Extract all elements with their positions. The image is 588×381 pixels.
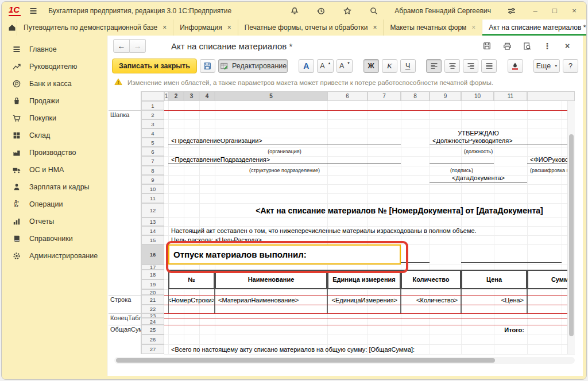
row-header-2[interactable]: 2 — [141, 110, 164, 119]
editing-toggle-button[interactable]: Редактирование — [218, 59, 288, 73]
column-header-10[interactable]: 10 — [461, 91, 494, 101]
area-label-строка[interactable]: Строка — [110, 296, 141, 303]
align-center-button[interactable] — [444, 59, 460, 73]
tab-close-icon[interactable]: × — [373, 24, 377, 32]
spreadsheet-grid[interactable]: 1234567891011123456789101112131415161718… — [109, 91, 575, 355]
horizontal-scrollbar-thumb[interactable] — [116, 358, 495, 363]
tab-close-icon[interactable]: × — [163, 24, 167, 32]
grid-cell[interactable]: Цель расхода: <ЦельРасхода> — [168, 235, 401, 244]
tab-2[interactable]: Информация× — [173, 20, 238, 36]
service-menu-icon[interactable] — [506, 5, 517, 17]
grid-cell[interactable] — [215, 305, 327, 313]
grid-cell[interactable]: <ЕдиницаИзмерения> — [327, 295, 401, 305]
grid-cell[interactable]: <МатериалНаименование> — [215, 295, 327, 305]
grid-cell[interactable]: <ДатаДокумента> — [430, 176, 527, 182]
row-header-14[interactable]: 14 — [141, 226, 164, 235]
tab-3[interactable]: Печатные формы, отчеты и обработки× — [238, 20, 384, 36]
grid-cell[interactable] — [461, 305, 527, 313]
minimize-button[interactable]: – — [530, 6, 540, 15]
print-preview-icon[interactable] — [522, 41, 532, 51]
sidebar-item-ос-и-нма[interactable]: ОС и НМА — [2, 161, 107, 178]
grid-cell[interactable] — [430, 157, 494, 164]
grid-cell[interactable] — [461, 246, 562, 263]
grid-cell[interactable] — [401, 305, 461, 313]
column-header-9[interactable]: 9 — [430, 91, 461, 101]
bold-button[interactable]: Ж — [363, 59, 379, 73]
row-header-1[interactable]: 1 — [141, 101, 164, 110]
underline-button[interactable]: Ч — [400, 59, 416, 73]
grid-cell[interactable]: <НомерСтроки> — [168, 295, 215, 305]
row-header-7[interactable]: 7 — [141, 156, 164, 166]
align-justify-button[interactable] — [481, 59, 497, 73]
italic-button[interactable]: К — [382, 59, 397, 73]
row-header-24[interactable]: 24 — [141, 318, 164, 325]
grid-cell[interactable]: <ДолжностьРуководителя> — [430, 139, 575, 145]
save-icon[interactable] — [482, 41, 492, 51]
grid-cell[interactable]: <ПредставлениеПодразделения> — [168, 157, 401, 164]
grid-cell[interactable]: (должность) — [430, 147, 527, 156]
align-right-button[interactable] — [463, 59, 478, 73]
print-icon[interactable] — [502, 41, 512, 51]
row-header-26[interactable]: 26 — [141, 335, 164, 344]
row-header-6[interactable]: 6 — [141, 147, 164, 156]
tab-4[interactable]: Макеты печатных форм× — [384, 20, 482, 36]
column-header-7[interactable]: 7 — [368, 91, 401, 101]
grid-cell[interactable] — [168, 289, 215, 295]
grid-cell[interactable]: Настоящий акт составлен о том, что нижеп… — [168, 226, 527, 235]
favorites-icon[interactable] — [342, 5, 353, 17]
row-header-10[interactable]: 10 — [141, 184, 164, 193]
font-button[interactable]: А — [299, 59, 314, 73]
current-user[interactable]: Абрамов Геннадий Сергеевич — [394, 7, 491, 15]
column-header-2[interactable]: 2 — [168, 91, 184, 101]
vertical-scrollbar[interactable] — [567, 101, 575, 354]
row-header-3[interactable]: 3 — [141, 119, 164, 129]
row-header-5[interactable]: 5 — [141, 138, 164, 147]
text-color-button[interactable] — [508, 59, 523, 73]
sidebar-item-склад[interactable]: Склад — [2, 127, 107, 144]
history-icon[interactable] — [315, 5, 327, 17]
column-header-11[interactable]: 11 — [494, 91, 527, 101]
row-header-18[interactable]: 18 — [141, 270, 164, 279]
grid-cell[interactable]: <Всего по настоящему акту списано матери… — [168, 344, 575, 354]
area-label-общаясумма[interactable]: ОбщаяСумма — [110, 326, 141, 333]
vertical-scrollbar-thumb[interactable] — [569, 134, 574, 336]
sidebar-item-банк-и-касса[interactable]: Банк и касса — [2, 75, 107, 92]
horizontal-scrollbar[interactable] — [114, 357, 575, 364]
row-header-4[interactable]: 4 — [141, 129, 164, 138]
sidebar-item-отчеты[interactable]: Отчеты — [2, 213, 107, 230]
row-header-13[interactable]: 13 — [141, 217, 164, 226]
row-header-17[interactable]: 17 — [141, 265, 164, 270]
grid-cell[interactable] — [327, 305, 401, 313]
row-header-16[interactable]: 16 — [141, 244, 164, 265]
area-label-конецтаблицы[interactable]: КонецТаблицы — [110, 314, 141, 321]
grid-cell[interactable] — [401, 289, 461, 295]
grid-cell[interactable]: <Цена> — [461, 295, 527, 305]
grid-cell[interactable]: <Количество> — [401, 295, 461, 305]
tab-close-icon[interactable]: × — [227, 24, 231, 32]
sidebar-item-зарплата-и-кадры[interactable]: Зарплата и кадры — [2, 178, 107, 196]
grid-cell[interactable]: Итого: — [430, 325, 527, 335]
highlighted-cell[interactable]: Отпуск материалов выполнил: — [168, 244, 401, 265]
sidebar-item-производство[interactable]: Производство — [2, 144, 107, 161]
table-header-cell[interactable]: Наименование — [215, 270, 327, 289]
column-header-4[interactable]: 4 — [199, 91, 215, 101]
table-header-cell[interactable]: Количество — [401, 270, 461, 289]
maximize-button[interactable]: □ — [550, 6, 560, 15]
area-label-шапка[interactable]: Шапка — [110, 111, 141, 118]
grid-cell[interactable] — [215, 289, 327, 295]
row-header-8[interactable]: 8 — [141, 166, 164, 175]
column-header-1[interactable]: 1 — [164, 91, 168, 101]
row-header-25[interactable]: 25 — [141, 325, 164, 335]
column-header-3[interactable]: 3 — [184, 91, 199, 101]
sidebar-item-руководителю[interactable]: Руководителю — [2, 58, 107, 75]
more-button[interactable]: Еще▾ — [533, 59, 560, 73]
column-header-8[interactable]: 8 — [401, 91, 430, 101]
table-header-cell[interactable]: № — [168, 270, 215, 289]
grid-cell[interactable]: <Акт на списание материалов № [НомерДоку… — [168, 203, 575, 217]
row-header-9[interactable]: 9 — [141, 175, 164, 184]
tab-close-icon[interactable]: × — [471, 24, 475, 32]
forward-button[interactable]: → — [130, 39, 146, 53]
grid-cell[interactable] — [168, 305, 215, 313]
row-header-27[interactable]: 27 — [141, 344, 164, 354]
column-header-5[interactable]: 5 — [215, 91, 327, 101]
